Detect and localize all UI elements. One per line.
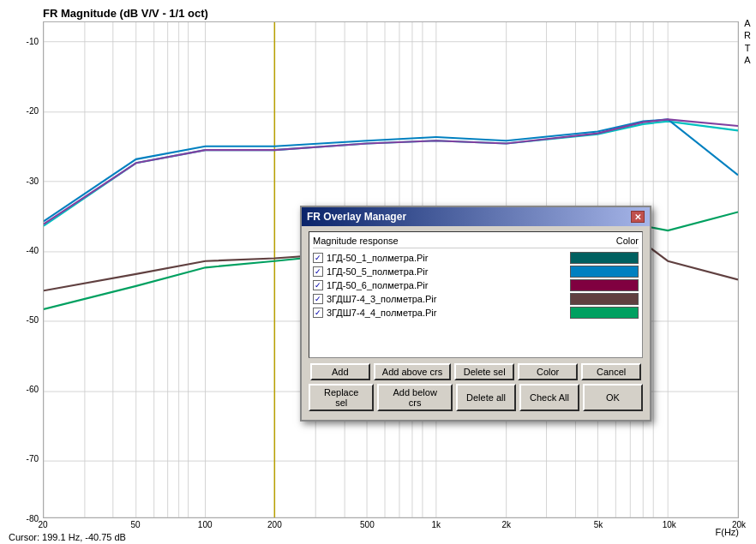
check-all-button[interactable]: Check All (519, 384, 579, 411)
color-swatch-3 (570, 293, 639, 305)
list-header-name: Magnitude response (313, 236, 399, 246)
dialog-buttons-row-2: Replace sel Add below crs Delete all Che… (309, 384, 643, 411)
x-label-50: 50 (130, 520, 140, 529)
add-button[interactable]: Add (310, 363, 370, 380)
cancel-button[interactable]: Cancel (581, 363, 641, 380)
replace-sel-button[interactable]: Replace sel (309, 384, 374, 411)
x-label-20: 20 (38, 520, 47, 529)
y-label-70: -70 (27, 454, 39, 463)
dialog-list-area: Magnitude response Color ✓ 1ГД-50_1_полм… (309, 231, 643, 358)
list-item-4[interactable]: ✓ 3ГДШ7-4_4_полметра.Pir (313, 306, 639, 320)
x-label-500: 500 (360, 520, 375, 529)
list-header-color: Color (616, 236, 639, 246)
checkbox-2[interactable]: ✓ (313, 280, 323, 290)
x-label-10k: 10k (663, 520, 676, 529)
list-item-name-3: 3ГДШ7-4_3_полметра.Pir (327, 294, 436, 304)
add-above-crs-button[interactable]: Add above crs (374, 363, 451, 380)
x-label-100: 100 (198, 520, 213, 529)
dialog-title: FR Overlay Manager (307, 211, 406, 223)
cursor-info: Cursor: 199.1 Hz, -40.75 dB (9, 532, 126, 542)
dialog-close-button[interactable]: ✕ (631, 211, 645, 223)
y-label-50: -50 (27, 315, 39, 325)
x-unit: F(Hz) (716, 527, 740, 537)
y-label-10: -10 (27, 37, 39, 46)
checkbox-1[interactable]: ✓ (313, 266, 323, 277)
list-item-name-1: 1ГД-50_5_полметра.Pir (327, 266, 428, 277)
color-swatch-4 (570, 307, 639, 319)
arta-label: ARTA (744, 17, 751, 66)
color-button[interactable]: Color (518, 363, 578, 380)
main-container: FR Magnitude (dB V/V - 1/1 oct) ARTA -10… (0, 0, 756, 544)
fr-overlay-manager-dialog: FR Overlay Manager ✕ Magnitude response … (300, 206, 651, 421)
add-below-crs-button[interactable]: Add below crs (377, 384, 453, 411)
y-label-20: -20 (27, 106, 39, 116)
x-label-1k: 1k (431, 520, 441, 529)
list-header: Magnitude response Color (313, 236, 639, 248)
list-item-0[interactable]: ✓ 1ГД-50_1_полметра.Pir (313, 251, 639, 265)
delete-all-button[interactable]: Delete all (456, 384, 516, 411)
color-swatch-2 (570, 279, 639, 291)
checkbox-3[interactable]: ✓ (313, 294, 323, 304)
x-label-200: 200 (267, 520, 282, 529)
y-label-40: -40 (27, 245, 39, 254)
x-label-5k: 5k (594, 520, 603, 529)
dialog-content: Magnitude response Color ✓ 1ГД-50_1_полм… (302, 226, 650, 420)
x-axis: 20 50 100 200 500 1k 2k 5k 10k 20k F(Hz) (43, 520, 739, 537)
checkbox-0[interactable]: ✓ (313, 253, 323, 263)
dialog-buttons-row-1: Add Add above crs Delete sel Color Cance… (309, 363, 643, 380)
y-label-80: -80 (27, 514, 39, 523)
list-item-3[interactable]: ✓ 3ГДШ7-4_3_полметра.Pir (313, 292, 639, 306)
chart-title: FR Magnitude (dB V/V - 1/1 oct) (43, 7, 208, 20)
color-swatch-0 (570, 252, 639, 264)
y-axis: -10 -20 -30 -40 -50 -60 -70 -80 (0, 21, 43, 518)
y-label-60: -60 (27, 385, 39, 394)
ok-button[interactable]: OK (583, 384, 643, 411)
list-item-name-2: 1ГД-50_6_полметра.Pir (327, 280, 428, 290)
list-empty-space (313, 320, 639, 354)
list-item-name-4: 3ГДШ7-4_4_полметра.Pir (327, 308, 436, 318)
y-label-30: -30 (27, 176, 39, 185)
list-item-1[interactable]: ✓ 1ГД-50_5_полметра.Pir (313, 265, 639, 278)
checkbox-4[interactable]: ✓ (313, 308, 323, 318)
delete-sel-button[interactable]: Delete sel (454, 363, 514, 380)
list-item-2[interactable]: ✓ 1ГД-50_6_полметра.Pir (313, 278, 639, 292)
x-label-2k: 2k (502, 520, 512, 529)
list-item-name-0: 1ГД-50_1_полметра.Pir (327, 253, 428, 263)
dialog-titlebar: FR Overlay Manager ✕ (302, 207, 650, 226)
color-swatch-1 (570, 266, 639, 278)
